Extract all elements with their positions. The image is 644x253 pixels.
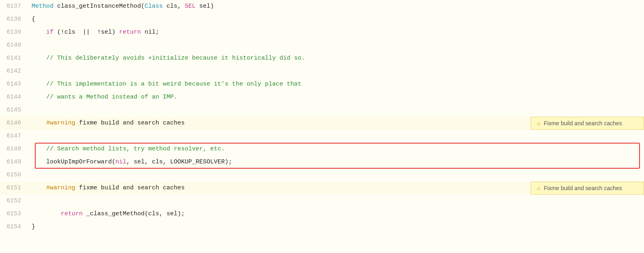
warning-annotation: ⚠Fixme build and search caches — [531, 117, 644, 130]
line-number: 6146 — [0, 117, 28, 130]
line-number: 6154 — [0, 221, 28, 234]
line-number: 6149 — [0, 156, 28, 169]
line-content — [28, 169, 644, 182]
code-line: 6147 — [0, 130, 644, 143]
code-editor: 6137Method class_getInstanceMethod(Class… — [0, 0, 644, 253]
line-number: 6142 — [0, 65, 28, 78]
code-line: 6141 // This deliberately avoids +initia… — [0, 52, 644, 65]
line-number: 6145 — [0, 104, 28, 117]
line-content — [28, 195, 644, 208]
line-content: { — [28, 13, 644, 26]
line-content: // wants a Method instead of an IMP. — [28, 91, 644, 104]
code-line: 6143 // This implementation is a bit wei… — [0, 78, 644, 91]
code-line: 6152 — [0, 195, 644, 208]
line-number: 6140 — [0, 39, 28, 52]
code-line: 6153 return _class_getMethod(cls, sel); — [0, 208, 644, 221]
line-content — [28, 104, 644, 117]
line-content: } — [28, 221, 644, 234]
line-content: // Search method lists, try method resol… — [28, 143, 644, 156]
warning-triangle-icon: ⚠ — [537, 119, 541, 127]
warning-triangle-icon: ⚠ — [537, 184, 541, 192]
line-content — [28, 65, 644, 78]
code-line: 6148 // Search method lists, try method … — [0, 143, 644, 156]
code-line: 6145 — [0, 104, 644, 117]
code-line: 6151 #warning fixme build and search cac… — [0, 182, 644, 195]
line-content: // This implementation is a bit weird be… — [28, 78, 644, 91]
line-number: 6138 — [0, 13, 28, 26]
code-line: 6138{ — [0, 13, 644, 26]
line-content — [28, 39, 644, 52]
line-content: if (!cls || !sel) return nil; — [28, 26, 644, 39]
code-line: 6140 — [0, 39, 644, 52]
code-line: 6154} — [0, 221, 644, 234]
line-number: 6150 — [0, 169, 28, 182]
code-line: 6149 lookUpImpOrForward(nil, sel, cls, L… — [0, 156, 644, 169]
line-content: Method class_getInstanceMethod(Class cls… — [28, 0, 644, 13]
line-number: 6152 — [0, 195, 28, 208]
code-line: 6142 — [0, 65, 644, 78]
line-number: 6151 — [0, 182, 28, 195]
line-number: 6139 — [0, 26, 28, 39]
line-number: 6153 — [0, 208, 28, 221]
line-number: 6148 — [0, 143, 28, 156]
line-content: // This deliberately avoids +initialize … — [28, 52, 644, 65]
code-line: 6139 if (!cls || !sel) return nil; — [0, 26, 644, 39]
annotation-text: Fixme build and search caches — [544, 120, 622, 126]
line-content: lookUpImpOrForward(nil, sel, cls, LOOKUP… — [28, 156, 644, 169]
line-number: 6143 — [0, 78, 28, 91]
line-content — [28, 130, 644, 143]
code-line: 6150 — [0, 169, 644, 182]
line-number: 6147 — [0, 130, 28, 143]
line-number: 6137 — [0, 0, 28, 13]
annotation-text: Fixme build and search caches — [544, 185, 622, 191]
line-number: 6144 — [0, 91, 28, 104]
code-line: 6146 #warning fixme build and search cac… — [0, 117, 644, 130]
code-line: 6137Method class_getInstanceMethod(Class… — [0, 0, 644, 13]
code-line: 6144 // wants a Method instead of an IMP… — [0, 91, 644, 104]
warning-annotation: ⚠Fixme build and search caches — [531, 182, 644, 195]
line-number: 6141 — [0, 52, 28, 65]
line-content: return _class_getMethod(cls, sel); — [28, 208, 644, 221]
